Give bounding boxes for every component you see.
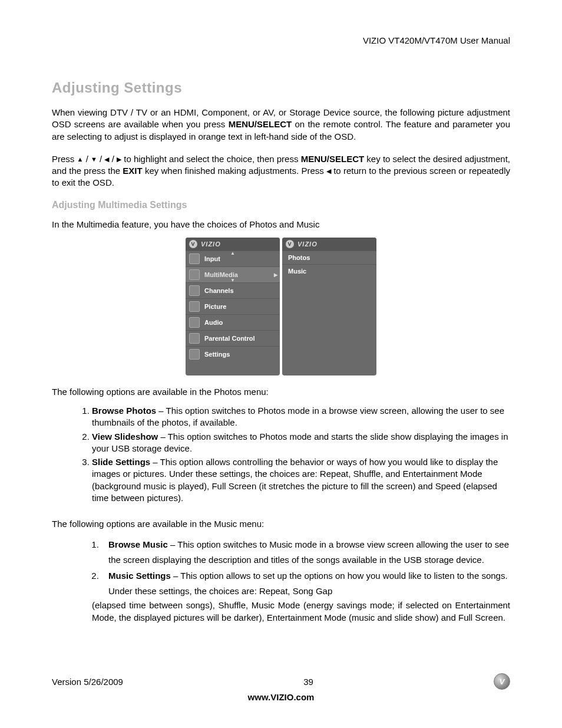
osd-item-label: Input [204,255,220,262]
input-icon [189,253,200,264]
left-triangle-icon-2: ◀ [326,167,331,176]
photos-options-list: Browse Photos – This option switches to … [52,405,510,504]
p2-s2: / [97,154,105,164]
osd-left-panel: V VIZIO Input ▲ MultiMedia ▶ ▼ Channels [186,238,280,375]
osd-item-settings: Settings [186,346,280,362]
list-item: Browse Music – This option switches to M… [101,537,510,567]
music-trail: (elapsed time between songs), Shuffle, M… [92,599,510,624]
osd-left-header: V VIZIO [186,238,280,251]
page-footer: Version 5/26/2009 39 V www.VIZIO.com [52,673,510,702]
vizio-footer-logo-icon: V [494,673,510,690]
parental-icon [189,333,200,344]
option-sep: – [168,539,177,549]
osd-item-channels: Channels [186,282,280,298]
osd-item-label: Channels [204,287,234,294]
p2-s1: / [83,154,91,164]
osd-sub-music: Music [282,264,376,278]
vizio-logo-icon: V [286,240,294,248]
p2-bold-menuselect: MENU/SELECT [301,154,365,164]
heading-adjusting-settings: Adjusting Settings [52,80,510,96]
page: VIZIO VT420M/VT470M User Manual Adjustin… [0,0,562,728]
option-title: Browse Photos [92,406,156,416]
photos-menu-intro: The following options are available in t… [52,386,510,398]
option-sep: – [156,406,166,416]
footer-row: Version 5/26/2009 39 V [52,673,510,690]
picture-icon [189,301,200,312]
osd-item-label: Audio [204,319,223,326]
option-title: Music Settings [108,571,171,581]
vizio-logo-icon: V [189,240,197,248]
footer-page-number: 39 [123,677,494,687]
osd-brand-right: VIZIO [297,241,318,248]
audio-icon [189,317,200,328]
p2-bold-exit: EXIT [123,166,142,176]
p1-bold-menuselect: MENU/SELECT [229,119,292,129]
down-triangle-icon: ▼ [91,155,97,164]
osd-sub-photos: Photos [282,251,376,264]
up-triangle-icon: ▲ [77,155,84,164]
option-title: Slide Settings [92,457,150,467]
list-item: Slide Settings – This option allows cont… [92,456,510,504]
channels-icon [189,285,200,296]
music-menu-intro: The following options are available in t… [52,518,510,530]
osd-right-panel: V VIZIO Photos Music [282,238,376,375]
osd-container: V VIZIO Input ▲ MultiMedia ▶ ▼ Channels [186,238,376,375]
intro-paragraph-2: Press ▲ / ▼ / ◀ / ▶ to highlight and sel… [52,153,510,189]
osd-right-header: V VIZIO [282,238,376,251]
osd-screenshot: V VIZIO Input ▲ MultiMedia ▶ ▼ Channels [52,238,510,375]
chevron-up-icon: ▲ [230,251,235,256]
p2-b: to highlight and select the choice, then… [121,154,301,164]
osd-item-parental: Parental Control [186,330,280,346]
osd-brand-left: VIZIO [201,241,221,248]
p2-a: Press [52,154,77,164]
multimedia-intro: In the Multimedia feature, you have the … [52,219,510,230]
settings-icon [189,349,200,360]
multimedia-icon [189,269,200,280]
p2-s3: / [109,154,117,164]
osd-item-label: Picture [204,303,226,310]
list-item: View Slideshow – This option switches to… [92,431,510,455]
osd-item-label: Settings [204,351,230,358]
right-triangle-icon: ▶ [117,155,121,164]
option-sep: – [171,571,180,581]
osd-item-audio: Audio [186,314,280,330]
footer-url: www.VIZIO.com [52,692,510,702]
list-item: Music Settings – This option allows to s… [101,568,510,598]
option-title: Browse Music [108,539,168,549]
list-item: Browse Photos – This option switches to … [92,405,510,429]
osd-item-picture: Picture [186,298,280,314]
option-title: View Slideshow [92,431,158,442]
footer-version: Version 5/26/2009 [52,677,123,687]
osd-item-label: Parental Control [204,335,255,342]
heading-multimedia-settings: Adjusting Multimedia Settings [52,200,510,210]
chevron-right-icon: ▶ [274,272,277,277]
option-sep: – [158,431,167,442]
header-product: VIZIO VT420M/VT470M User Manual [52,35,510,45]
option-sep: – [150,457,160,467]
osd-item-multimedia: MultiMedia ▶ ▼ [186,266,280,282]
music-options-list: Browse Music – This option switches to M… [52,537,510,598]
intro-paragraph-1: When viewing DTV / TV or an HDMI, Compon… [52,107,510,143]
p2-d: key when finished making adjustments. Pr… [143,166,326,176]
osd-item-input: Input ▲ [186,251,280,266]
